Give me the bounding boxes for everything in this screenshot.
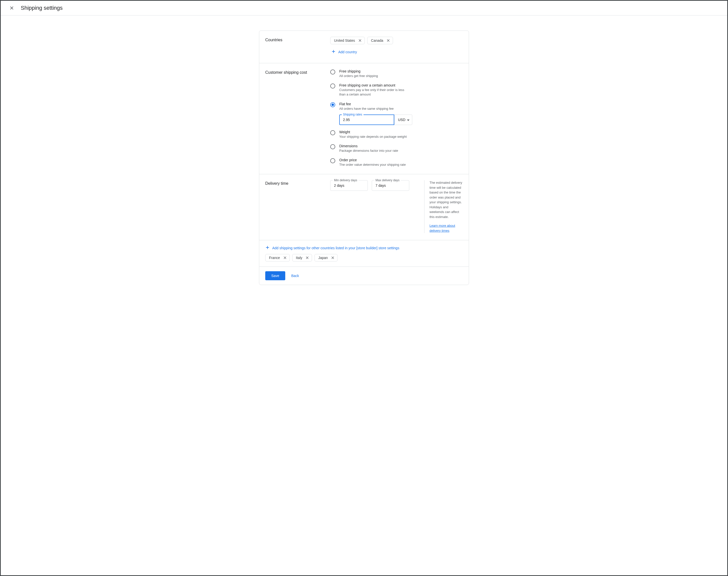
- radio-title: Dimensions: [339, 144, 463, 148]
- shipping-cost-section: Customer shipping cost Free shipping All…: [259, 63, 469, 174]
- field-label: Min delivery days: [333, 178, 358, 182]
- remove-icon[interactable]: [331, 256, 335, 260]
- max-delivery-field: Max delivery days: [372, 180, 409, 191]
- chip-label: France: [269, 256, 280, 260]
- radio-desc: Your shipping rate depends on package we…: [339, 135, 409, 139]
- add-country-button[interactable]: Add country: [330, 48, 358, 56]
- radio-desc: The order value determines your shipping…: [339, 163, 409, 167]
- country-chip-japan: Japan: [315, 254, 338, 261]
- countries-section: Countries United States Canada: [259, 31, 469, 63]
- close-icon[interactable]: [9, 5, 15, 11]
- page-title: Shipping settings: [21, 5, 63, 11]
- chip-label: Canada: [371, 38, 383, 42]
- plus-icon: [331, 49, 336, 55]
- radio-weight[interactable]: Weight Your shipping rate depends on pac…: [330, 130, 463, 139]
- radio-title: Order price: [339, 158, 463, 162]
- field-label: Shipping rates: [342, 113, 363, 116]
- remove-icon[interactable]: [358, 38, 362, 42]
- radio-icon[interactable]: [330, 69, 335, 75]
- delivery-label: Delivery time: [265, 180, 320, 191]
- countries-chip-row: United States Canada: [330, 37, 463, 44]
- radio-title: Free shipping: [339, 69, 463, 73]
- delivery-section: Delivery time Min delivery days Max deli…: [259, 174, 469, 240]
- footer-actions: Save Back: [259, 267, 469, 285]
- add-other-settings-button[interactable]: Add shipping settings for other countrie…: [265, 245, 399, 251]
- delivery-info-text: The estimated delivery time will be calc…: [430, 180, 463, 219]
- other-countries-chips: France Italy Japan: [265, 254, 463, 261]
- plus-icon: [265, 245, 270, 251]
- min-delivery-field: Min delivery days: [330, 180, 368, 191]
- currency-select[interactable]: USD: [394, 115, 412, 125]
- save-button[interactable]: Save: [265, 271, 285, 280]
- shipping-rate-field: Shipping rates: [339, 115, 394, 125]
- remove-icon[interactable]: [386, 38, 390, 42]
- remove-icon[interactable]: [305, 256, 309, 260]
- settings-card: Countries United States Canada: [259, 30, 469, 285]
- remove-icon[interactable]: [283, 256, 287, 260]
- radio-desc: All orders get free shipping: [339, 74, 409, 78]
- radio-desc: All orders have the same shipping fee: [339, 107, 409, 111]
- radio-icon[interactable]: [330, 130, 335, 135]
- chip-label: United States: [334, 38, 355, 42]
- radio-icon[interactable]: [330, 158, 335, 163]
- radio-free-shipping[interactable]: Free shipping All orders get free shippi…: [330, 69, 463, 78]
- chip-label: Italy: [296, 256, 302, 260]
- chevron-down-icon: [407, 118, 409, 122]
- app-header: Shipping settings: [1, 1, 727, 16]
- radio-icon[interactable]: [330, 144, 335, 149]
- shipping-cost-label: Customer shipping cost: [265, 69, 320, 167]
- chip-label: Japan: [318, 256, 328, 260]
- radio-title: Weight: [339, 130, 463, 134]
- radio-title: Free shipping over a certain amount: [339, 83, 463, 87]
- country-chip-france: France: [265, 254, 290, 261]
- delivery-info-panel: The estimated delivery time will be calc…: [424, 180, 463, 233]
- radio-desc: Package dimensions factor into your rate: [339, 148, 409, 153]
- add-other-settings-section: Add shipping settings for other countrie…: [259, 240, 469, 267]
- field-label: Max delivery days: [374, 178, 401, 182]
- learn-more-link[interactable]: Learn more about delivery times: [430, 223, 463, 233]
- add-country-label: Add country: [338, 50, 357, 54]
- radio-dimensions[interactable]: Dimensions Package dimensions factor int…: [330, 144, 463, 153]
- back-button[interactable]: Back: [289, 271, 301, 280]
- shipping-options-list: Free shipping All orders get free shippi…: [330, 69, 463, 167]
- radio-flat-fee[interactable]: Flat fee All orders have the same shippi…: [330, 102, 463, 125]
- country-chip-canada: Canada: [367, 37, 393, 44]
- countries-label: Countries: [265, 37, 320, 56]
- add-other-label: Add shipping settings for other countrie…: [272, 246, 399, 250]
- radio-title: Flat fee: [339, 102, 463, 106]
- radio-free-over-amount[interactable]: Free shipping over a certain amount Cust…: [330, 83, 463, 97]
- radio-icon[interactable]: [330, 102, 335, 107]
- country-chip-us: United States: [330, 37, 365, 44]
- radio-order-price[interactable]: Order price The order value determines y…: [330, 158, 463, 167]
- radio-desc: Customers pay a fee only if their order …: [339, 88, 409, 97]
- radio-icon[interactable]: [330, 84, 335, 88]
- country-chip-italy: Italy: [292, 254, 312, 261]
- currency-value: USD: [398, 118, 406, 122]
